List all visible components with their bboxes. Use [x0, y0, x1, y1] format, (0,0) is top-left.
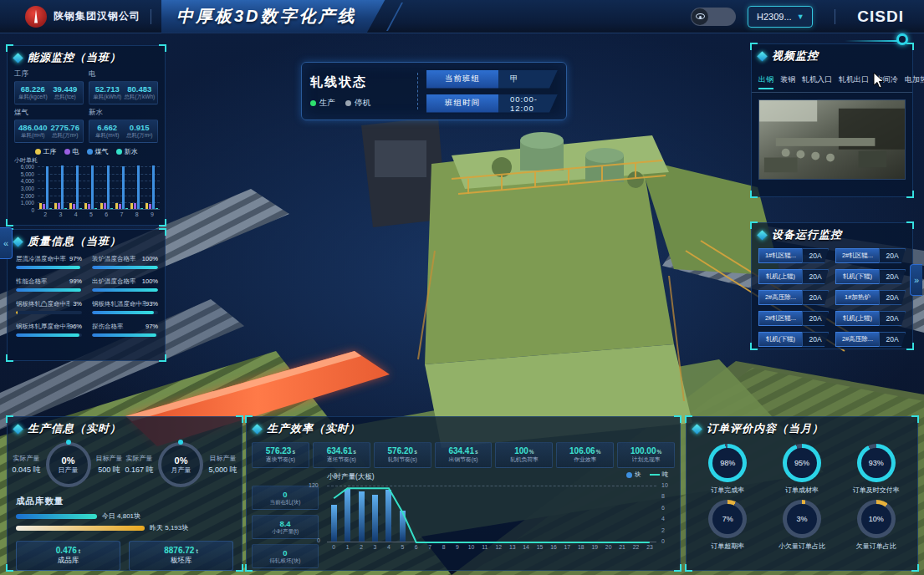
- efficiency-stat-card: 576.23s逐块节奏(s): [252, 442, 309, 468]
- corner-bracket: [674, 564, 682, 572]
- inventory-card: 0.476t成品库: [16, 541, 120, 571]
- corner-bracket: [674, 415, 682, 423]
- hour-xtick: 16: [547, 544, 560, 550]
- energy-bar: [152, 165, 155, 209]
- energy-metric: 80.483总耗(万kWh): [124, 84, 156, 101]
- corner-bracket: [159, 228, 166, 236]
- video-feed-image[interactable]: [758, 99, 906, 180]
- collapse-node-button[interactable]: [896, 33, 908, 45]
- camera-tab-1[interactable]: 出钢: [758, 74, 773, 89]
- toggle-knob[interactable]: [692, 8, 708, 25]
- left-collapse-tab[interactable]: «: [0, 227, 13, 259]
- energy-metric: 68.226单耗(kgce/t): [17, 84, 49, 101]
- quality-progress-fill: [92, 311, 153, 314]
- equipment-chip[interactable]: 轧机(上辊)20A: [758, 269, 829, 284]
- quality-panel-title: 质量信息（当班）: [28, 234, 121, 249]
- energy-group-card: 486.040单耗(m³/t)2775.76总耗(万m³): [14, 120, 84, 143]
- order-donut-label: 欠量订单占比: [856, 542, 896, 551]
- quality-item: 钢板终轧温度命中率93%: [92, 300, 158, 314]
- shift-info-key: 当前班组: [426, 70, 498, 89]
- hour-xtick: 9: [451, 544, 464, 550]
- equipment-name: 2#高压除...: [835, 332, 879, 347]
- energy-unit: 总耗(万kWh): [124, 94, 155, 101]
- equipment-chip[interactable]: 1#加热炉20A: [835, 290, 906, 305]
- equipment-chip[interactable]: 轧机(上辊)20A: [835, 311, 906, 326]
- energy-bar: [149, 204, 151, 210]
- energy-metric: 39.449总耗(tce): [49, 84, 82, 101]
- panel-diamond-icon: [692, 424, 702, 435]
- rolling-status-legend: 生产停机: [310, 98, 409, 109]
- energy-bars: [38, 166, 160, 210]
- legend-label: 工序: [43, 147, 57, 156]
- inventory-bar-row: 今日 4,801块: [8, 509, 242, 521]
- energy-metric: 6.662单耗(m³/t): [91, 123, 124, 140]
- order-donut-percent: 3%: [783, 500, 821, 538]
- equipment-chip[interactable]: 2#高压除...20A: [835, 332, 906, 347]
- hour-chart-legend: 块吨: [626, 471, 668, 479]
- visibility-toggle[interactable]: [691, 8, 736, 26]
- side-stat-value: 8.4: [279, 519, 290, 528]
- target-label: 目标产量: [210, 454, 237, 463]
- inventory-title: 成品库数量: [8, 487, 242, 509]
- camera-tab-6[interactable]: 电加热: [905, 74, 924, 89]
- energy-ytick: 5,000: [13, 171, 34, 177]
- energy-bar: [134, 203, 136, 209]
- order-donut: 93%: [857, 444, 896, 482]
- energy-bar: [104, 203, 106, 209]
- order-metric: 95%订单成材率: [766, 444, 839, 495]
- camera-tab-3[interactable]: 轧机入口: [802, 74, 832, 89]
- hour-right-tick: 10: [661, 482, 668, 488]
- energy-bar: [43, 204, 45, 210]
- quality-percent: 96%: [69, 323, 82, 330]
- orders-panel-title: 订单评价内容（当月）: [707, 421, 824, 436]
- equipment-chip[interactable]: 轧机(下辊)20A: [758, 332, 829, 347]
- corner-bracket: [236, 415, 243, 423]
- efficiency-stat-value: 634.61s: [327, 446, 356, 455]
- gauge-percent: 0%: [175, 455, 188, 466]
- gauge-ring: 0%日产量: [46, 442, 91, 487]
- corner-bracket: [906, 221, 914, 229]
- camera-tab-2[interactable]: 装钢: [780, 74, 795, 89]
- efficiency-stat-value: 576.20s: [388, 446, 417, 455]
- inventory-card-unit: t: [79, 548, 80, 554]
- order-metric: 3%小欠量订单占比: [766, 500, 839, 551]
- efficiency-stat-unit: %: [529, 449, 534, 455]
- energy-group-name: 新水: [89, 108, 158, 118]
- equipment-chip[interactable]: 2#高压除...20A: [758, 290, 829, 305]
- right-collapse-tab[interactable]: »: [910, 264, 922, 296]
- order-metric: 93%订单及时交付率: [840, 444, 912, 495]
- energy-bar-group: [100, 166, 113, 209]
- quality-percent: 100%: [142, 277, 158, 285]
- energy-bar: [84, 203, 87, 209]
- energy-unit: 单耗(m³/t): [95, 132, 120, 140]
- quality-label: 钢板终轧凸度命中率: [16, 300, 69, 308]
- quality-item: 装炉温度合格率100%: [92, 255, 158, 269]
- energy-unit: 单耗(kWh/t): [93, 94, 121, 101]
- efficiency-stat-card: 100.00%计划兑现率: [617, 442, 675, 468]
- order-evaluation-panel: 订单评价内容（当月） 98%订单完成率95%订单成材率93%订单及时交付率7%订…: [686, 416, 918, 571]
- equipment-chip[interactable]: 2#轧区辊...20A: [758, 311, 829, 326]
- equipment-chip[interactable]: 轧机(下辊)20A: [835, 269, 906, 284]
- energy-unit: 单耗(kgce/t): [18, 94, 48, 101]
- quality-progress-bar: [92, 288, 158, 292]
- corner-bracket: [6, 44, 13, 52]
- hour-xtick: 4: [382, 544, 396, 550]
- quality-progress-bar: [16, 288, 82, 292]
- energy-monitor-panel: 能源监控（当班） 工序68.226单耗(kgce/t)39.449总耗(tce)…: [7, 45, 166, 226]
- equipment-chip[interactable]: 2#轧区辊...20A: [835, 248, 906, 263]
- legend-label: 电: [73, 147, 79, 156]
- hour-right-tick: 0: [661, 538, 665, 544]
- hour-xtick: 13: [505, 544, 518, 550]
- hour-chart-x-labels: 01234567891011121314151617181920212223: [327, 544, 656, 550]
- plate-id-dropdown[interactable]: H2309... ▼: [748, 6, 813, 28]
- target-value: 500 吨: [98, 465, 120, 476]
- gauge-percent: 0%: [62, 455, 75, 466]
- side-stat-value: 0: [283, 548, 287, 557]
- energy-unit: 总耗(万m³): [52, 132, 78, 140]
- energy-legend-item: 电: [64, 147, 79, 156]
- equipment-chip[interactable]: 1#轧区辊...20A: [758, 248, 829, 263]
- energy-groups: 工序68.226单耗(kgce/t)39.449总耗(tce)电52.713单耗…: [8, 68, 165, 145]
- hour-right-tick: 2: [661, 527, 665, 533]
- camera-tab-4[interactable]: 轧机出口: [839, 74, 869, 89]
- energy-ytick: 1,000: [13, 200, 34, 206]
